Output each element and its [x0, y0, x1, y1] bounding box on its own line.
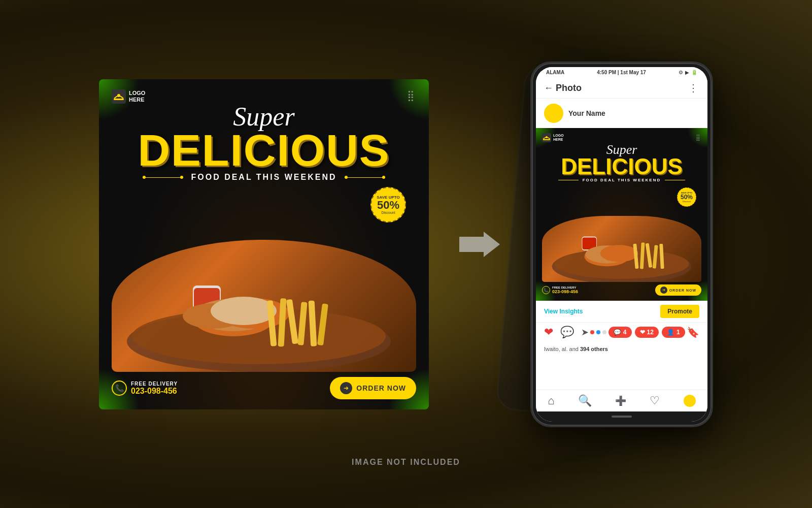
back-arrow-icon: ←	[544, 83, 553, 93]
follow-count: 1	[676, 329, 680, 336]
phone-mockup: ALAMA 4:50 PM | 1st May 17 ⚙ ▶ 🔋 ← Photo	[530, 61, 713, 427]
status-icons: ⚙ ▶ 🔋	[679, 70, 697, 75]
status-bar: ALAMA 4:50 PM | 1st May 17 ⚙ ▶ 🔋	[536, 67, 707, 78]
post-bottom: 📞 FREE DELIVERY 023-098-456 ➜ ORDER NOW	[112, 372, 416, 399]
order-btn-label: ORDER NOW	[356, 384, 406, 392]
post-top-row: LOGO HERE ⣿	[112, 89, 416, 104]
view-insights-link[interactable]: View Insights	[544, 308, 583, 315]
mini-line-right	[665, 180, 685, 180]
dot-1	[590, 330, 594, 334]
profile-row: Your Name	[536, 99, 707, 128]
home-bar	[612, 416, 632, 418]
nav-heart-icon[interactable]: ♡	[650, 394, 660, 407]
likes-row: Iwaito, al. and 394 others	[536, 342, 707, 356]
mini-phone-icon: 📞	[542, 286, 550, 294]
like-badge: ❤ 12	[635, 327, 659, 338]
logo-text: LOGO HERE	[129, 90, 145, 103]
comment-icon[interactable]: 💬	[560, 326, 574, 339]
social-post-card: LOGO HERE ⣿ Super DELICIOUS FOOD DEAL TH…	[99, 79, 429, 409]
svg-point-11	[211, 297, 277, 325]
share-icon[interactable]: ➤	[581, 327, 589, 338]
svg-point-20	[546, 136, 548, 138]
reaction-bar: ❤ 💬 ➤ 💬 4	[536, 323, 707, 342]
home-indicator	[536, 411, 707, 422]
food-image-area: SAVE UPTO 50% Discount	[112, 177, 416, 372]
mini-deal-row: FOOD DEAL THIS WEEKEND	[542, 178, 701, 182]
phone-icon: 📞	[112, 380, 127, 396]
bookmark-icon[interactable]: 🔖	[687, 326, 699, 338]
mini-discount-percent: 50%	[681, 194, 693, 200]
discount-percent: 50%	[377, 200, 399, 211]
phone-wrapper: ALAMA 4:50 PM | 1st May 17 ⚙ ▶ 🔋 ← Photo	[530, 61, 713, 427]
mini-top-row: LOGO HERE ⣿	[542, 133, 701, 142]
svg-rect-1	[114, 99, 124, 100]
carrier-text: ALAMA	[546, 70, 564, 75]
liked-by-count: 394 others	[580, 346, 608, 352]
delicious-heading: DELICIOUS	[112, 130, 416, 170]
liked-by-prefix: Iwaito, al. and	[544, 346, 580, 352]
dot-3	[602, 330, 606, 334]
more-options-icon[interactable]: ⋮	[688, 82, 699, 94]
mini-logo-icon	[542, 133, 551, 142]
mini-phone-info: 📞 FREE DELIVERY 023-098-456	[542, 286, 578, 294]
reaction-icons: ❤ 💬 ➤	[544, 326, 589, 339]
follow-badge: 👤 1	[662, 327, 685, 338]
mini-food-placeholder	[542, 216, 701, 282]
mini-post-content: LOGO HERE ⣿ Super DELICIOUS FOOD DEAL	[536, 128, 707, 301]
mini-phone-text: FREE DELIVERY 023-098-456	[552, 286, 578, 294]
right-section: ALAMA 4:50 PM | 1st May 17 ⚙ ▶ 🔋 ← Photo	[530, 61, 713, 427]
carousel-dots	[590, 330, 606, 334]
svg-point-27	[600, 245, 638, 262]
right-arrow-icon	[459, 232, 500, 257]
insights-bar: View Insights Promote	[536, 301, 707, 323]
mini-phone-number: 023-098-456	[552, 289, 578, 294]
logo-box: LOGO HERE	[112, 89, 145, 104]
comment-icon-small: 💬	[614, 329, 621, 336]
svg-point-2	[117, 94, 120, 97]
mini-order-button[interactable]: ➜ ORDER NOW	[655, 284, 701, 296]
post-content: LOGO HERE ⣿ Super DELICIOUS FOOD DEAL TH…	[99, 79, 429, 409]
mini-discount-badge: SAVE UPTO 50% Discount	[677, 187, 696, 207]
mini-discount-label: Discount	[683, 200, 691, 203]
mini-deal-text: FOOD DEAL THIS WEEKEND	[583, 178, 661, 182]
mini-order-icon: ➜	[660, 287, 667, 294]
order-now-button[interactable]: ➜ ORDER NOW	[330, 377, 416, 399]
settings-icon: ⚙	[679, 70, 683, 75]
notification-badges: 💬 4 ❤ 12 👤 1	[608, 327, 685, 338]
mini-order-label: ORDER NOW	[669, 289, 696, 292]
grid-dots-icon: ⣿	[407, 89, 416, 102]
nav-add-icon[interactable]: ➕	[615, 395, 626, 406]
status-time: 4:50 PM | 1st May 17	[597, 70, 646, 75]
photo-header: ← Photo ⋮	[536, 78, 707, 99]
phone-screen: ALAMA 4:50 PM | 1st May 17 ⚙ ▶ 🔋 ← Photo	[536, 67, 707, 422]
like-icon-small: ❤	[640, 329, 645, 336]
food-image-placeholder	[112, 240, 416, 372]
arrow-container	[459, 232, 500, 257]
phone-text-group: FREE DELIVERY 023-098-456	[131, 381, 178, 396]
comment-count: 4	[623, 329, 627, 336]
mini-logo: LOGO HERE	[542, 133, 564, 142]
mini-post-bottom: 📞 FREE DELIVERY 023-098-456 ➜ ORDER NOW	[542, 282, 701, 296]
back-button[interactable]: ← Photo	[544, 83, 582, 93]
phone-number: 023-098-456	[131, 387, 178, 396]
dot-2	[596, 330, 600, 334]
promote-button[interactable]: Promote	[660, 305, 699, 318]
free-delivery-label: FREE DELIVERY	[131, 381, 178, 387]
logo-icon	[112, 89, 126, 104]
battery-icon: 🔋	[691, 70, 697, 75]
comment-badge: 💬 4	[608, 327, 632, 338]
photo-title: Photo	[556, 83, 582, 93]
mini-logo-text: LOGO HERE	[553, 134, 564, 142]
avatar	[544, 104, 563, 123]
signal-icon: ▶	[685, 70, 689, 75]
phone-info: 📞 FREE DELIVERY 023-098-456	[112, 380, 178, 396]
discount-label: Discount	[381, 211, 395, 214]
nav-home-icon[interactable]: ⌂	[548, 394, 554, 407]
bottom-label: IMAGE NOT INCLUDED	[352, 458, 460, 467]
like-count: 12	[647, 329, 654, 336]
heart-reaction-icon[interactable]: ❤	[544, 326, 553, 339]
nav-profile-icon[interactable]	[684, 395, 696, 407]
liked-by-text: Iwaito, al. and 394 others	[544, 346, 608, 352]
nav-search-icon[interactable]: 🔍	[578, 394, 592, 407]
svg-rect-19	[543, 139, 550, 140]
